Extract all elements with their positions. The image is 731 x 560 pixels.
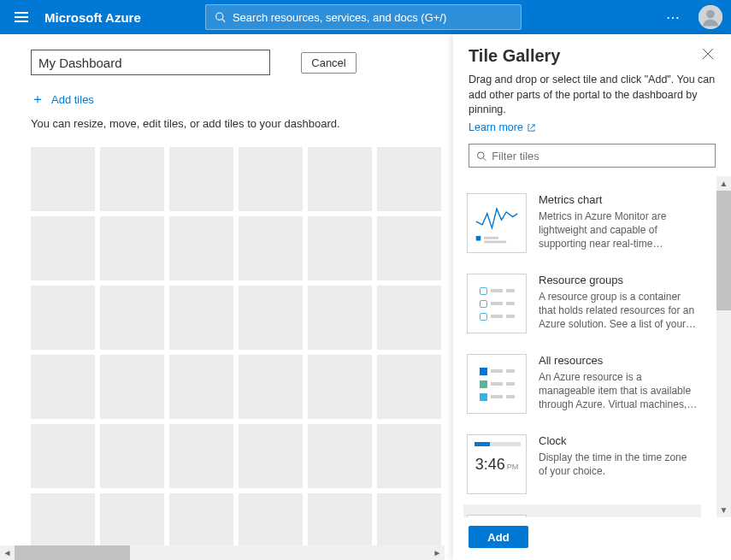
close-button[interactable] [700, 46, 716, 64]
svg-rect-10 [484, 237, 498, 239]
hamburger-icon [15, 16, 28, 18]
external-link-icon [527, 123, 536, 133]
search-icon [215, 11, 226, 23]
tile-item-all-resources[interactable]: All resources An Azure resource is a man… [463, 344, 701, 424]
grid-cell[interactable] [31, 424, 95, 488]
learn-more-link[interactable]: Learn more [469, 121, 536, 136]
cancel-button[interactable]: Cancel [301, 52, 357, 74]
tile-title: Resource groups [539, 274, 698, 286]
tile-thumb [467, 274, 527, 333]
add-button[interactable]: Add [469, 526, 528, 548]
svg-rect-9 [476, 236, 481, 241]
tile-thumb [467, 193, 527, 253]
grid-cell[interactable] [100, 424, 164, 488]
content-area: Cancel ＋ Add tiles You can resize, move,… [0, 34, 731, 560]
top-bar: Microsoft Azure ⋯ [0, 0, 731, 34]
scroll-thumb[interactable] [716, 191, 731, 310]
scroll-down-arrow[interactable]: ▼ [716, 503, 731, 517]
grid-cell[interactable] [100, 355, 164, 419]
grid-cell[interactable] [31, 147, 95, 211]
svg-point-0 [215, 13, 222, 20]
grid-cell[interactable] [308, 286, 372, 350]
tile-desc: Display the time in the time zone of you… [539, 451, 698, 478]
tile-thumb: # [467, 515, 527, 517]
grid-cell[interactable] [377, 355, 441, 419]
more-menu-button[interactable]: ⋯ [666, 9, 681, 26]
grid-cell[interactable] [377, 286, 441, 350]
grid-cell[interactable] [239, 355, 303, 419]
filter-search-icon [476, 150, 486, 162]
metrics-chart-icon [473, 199, 521, 247]
scroll-left-arrow[interactable]: ◄ [0, 545, 15, 560]
vertical-scrollbar[interactable]: ▲ ▼ [716, 176, 731, 517]
add-tiles-label: Add tiles [51, 93, 94, 106]
user-icon [699, 5, 722, 29]
horizontal-scrollbar[interactable]: ◄ ► [0, 545, 445, 560]
svg-rect-11 [484, 241, 506, 244]
svg-line-8 [483, 157, 486, 160]
grid-cell[interactable] [31, 216, 95, 280]
tile-desc: An Azure resource is a manageable item t… [539, 370, 698, 412]
grid-cell[interactable] [308, 355, 372, 419]
clock-ampm: PM [507, 463, 519, 471]
grid-cell[interactable] [100, 147, 164, 211]
scroll-up-arrow[interactable]: ▲ [716, 176, 731, 191]
close-icon [702, 48, 714, 60]
scroll-track[interactable] [716, 191, 731, 503]
brand-label: Microsoft Azure [44, 10, 141, 25]
svg-point-3 [706, 10, 715, 19]
tile-title: Metrics chart [539, 193, 698, 206]
tile-desc: A resource group is a container that hol… [539, 290, 698, 332]
svg-point-7 [478, 151, 485, 158]
grid-cell[interactable] [308, 424, 372, 488]
tile-gallery-panel: Tile Gallery Drag and drop or select til… [453, 34, 731, 560]
grid-cell[interactable] [377, 147, 441, 211]
tiles-list: Metrics chart Metrics in Azure Monitor a… [453, 176, 731, 517]
global-search[interactable] [205, 4, 522, 30]
tile-desc: Metrics in Azure Monitor are lightweight… [539, 209, 698, 251]
grid-cell[interactable] [239, 216, 303, 280]
tile-item-clock[interactable]: 3:46 PM Clock Display the time in the ti… [463, 424, 701, 504]
dashboard-title-input[interactable] [31, 50, 270, 75]
panel-desc-text: Drag and drop or select tile and click "… [469, 74, 715, 115]
grid-cell[interactable] [169, 355, 233, 419]
tile-thumb [467, 354, 527, 414]
panel-title: Tile Gallery [469, 46, 560, 66]
tile-item-markdown[interactable]: # Markdown Display custom, static conten… [463, 504, 701, 517]
grid-cell[interactable] [239, 147, 303, 211]
clock-time: 3:46 [475, 456, 505, 474]
tile-thumb: 3:46 PM [467, 434, 527, 494]
grid-cell[interactable] [169, 286, 233, 350]
scroll-track[interactable] [15, 545, 430, 560]
tile-item-metrics-chart[interactable]: Metrics chart Metrics in Azure Monitor a… [463, 183, 701, 263]
filter-tiles-input[interactable] [469, 144, 716, 168]
search-input[interactable] [233, 11, 512, 24]
scroll-thumb[interactable] [15, 545, 130, 560]
tile-item-resource-groups[interactable]: Resource groups A resource group is a co… [463, 263, 701, 344]
grid-cell[interactable] [31, 355, 95, 419]
filter-tiles-field[interactable] [492, 150, 708, 162]
grid-cell[interactable] [308, 216, 372, 280]
panel-description: Drag and drop or select tile and click "… [453, 73, 731, 135]
grid-cell[interactable] [100, 216, 164, 280]
grid-cell[interactable] [377, 216, 441, 280]
avatar[interactable] [699, 5, 722, 29]
grid-cell[interactable] [100, 286, 164, 350]
grid-cell[interactable] [377, 424, 441, 488]
grid-cell[interactable] [31, 286, 95, 350]
grid-cell[interactable] [239, 286, 303, 350]
grid-cell[interactable] [239, 424, 303, 488]
tile-title: All resources [539, 354, 698, 367]
learn-more-text: Learn more [469, 121, 523, 136]
menu-button[interactable] [9, 4, 34, 30]
plus-icon: ＋ [31, 91, 44, 109]
scroll-right-arrow[interactable]: ► [430, 545, 445, 560]
tile-title: Clock [539, 434, 698, 447]
grid-cell[interactable] [169, 216, 233, 280]
grid-cell[interactable] [169, 147, 233, 211]
svg-line-1 [222, 19, 225, 21]
grid-cell[interactable] [169, 424, 233, 488]
svg-line-6 [531, 125, 535, 129]
tile-grid[interactable] [31, 147, 443, 557]
grid-cell[interactable] [308, 147, 372, 211]
